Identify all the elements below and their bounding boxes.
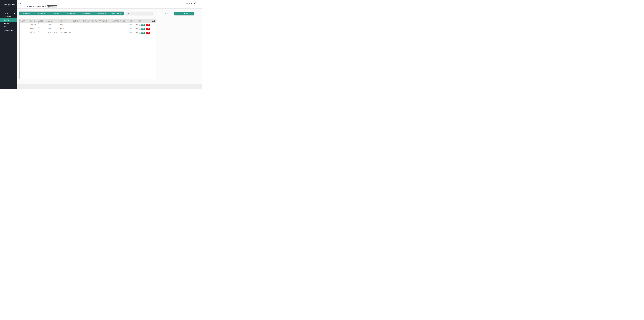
column-header: 每人兑换限额	[110, 19, 120, 23]
sort-by-end-time-button[interactable]: 按结束时间排序	[79, 12, 94, 15]
sidebar-item-label: 优惠券	[4, 13, 8, 14]
cell-value: 000002	[20, 28, 24, 30]
empty-table-row	[20, 75, 156, 79]
sidebar-item-coupon-desc-edit[interactable]: 优惠券描述编辑	[0, 29, 18, 32]
empty-table-row	[20, 55, 156, 59]
page-number-box[interactable]	[158, 12, 160, 15]
cell-marker-icon	[120, 23, 121, 24]
table-cell: 5	[110, 31, 120, 35]
view-button[interactable]: 查看	[135, 24, 140, 26]
checkbox-cell	[152, 31, 156, 35]
table-cell: 2018-08-30	[82, 27, 92, 31]
table-cell: 000001	[92, 31, 101, 35]
table-cell: 8	[38, 23, 47, 27]
prev-page-icon[interactable]	[155, 13, 156, 14]
empty-table-row	[20, 47, 156, 51]
close-tab-icon[interactable]: ✕	[55, 6, 56, 8]
home-icon[interactable]	[23, 6, 24, 8]
table-cell: 2017-06-01	[72, 23, 82, 27]
sidebar-item-stats[interactable]: 统计	[0, 25, 18, 29]
cell-marker-icon	[120, 27, 121, 28]
generate-activity-button[interactable]: 生成集券活动	[174, 12, 194, 15]
edit-button[interactable]: 编辑	[140, 32, 145, 34]
row-checkbox[interactable]	[153, 28, 155, 30]
sidebar-item-distribute[interactable]: 发放优惠券	[0, 22, 18, 25]
pagination: 共 1 页	[155, 12, 170, 15]
close-button[interactable]: 关闭	[146, 28, 150, 30]
tab-new-coupon[interactable]: 新增优惠券✕	[36, 5, 47, 8]
cell-value: 2017-07-30	[82, 24, 89, 26]
row-checkbox[interactable]	[153, 24, 155, 26]
table-cell: 无条件	[60, 23, 72, 27]
table-cell: 5	[38, 31, 47, 35]
table-cell: 000003	[20, 31, 29, 35]
sort-by-remaining-button[interactable]: 按剩余数量排序	[94, 12, 109, 15]
select-all-header[interactable]: 全选	[152, 19, 156, 23]
close-tab-icon[interactable]: ✕	[45, 6, 46, 7]
table-cell: 3	[110, 23, 120, 27]
sort-button-group: 按编号排序按难度排序正常状态按开始时间排序按结束时间排序按剩余数量排序按投放总量…	[20, 12, 124, 15]
table-cell: 000001	[20, 23, 29, 27]
close-button[interactable]: 关闭	[146, 32, 150, 34]
cell-value: 5	[111, 32, 112, 34]
collapse-tabs-icon[interactable]: «	[20, 6, 20, 8]
search-box[interactable]	[126, 12, 153, 15]
sort-by-id-button[interactable]: 按编号排序	[20, 12, 34, 15]
chevron-down-icon	[14, 13, 15, 14]
normal-status-button[interactable]: 正常状态	[49, 12, 64, 15]
sidebar-item-coupon[interactable]: 优惠券	[0, 12, 18, 15]
cell-marker-icon	[20, 23, 21, 24]
edit-button[interactable]: 编辑	[140, 24, 145, 26]
close-button[interactable]: 关闭	[146, 24, 150, 26]
cell-value: 000001	[92, 32, 96, 34]
row-checkbox[interactable]	[153, 32, 155, 34]
table-row: 000001世界杯集券8所有用户无条件2017-06-012017-07-300…	[20, 23, 156, 27]
cell-value: 无条件	[60, 24, 64, 26]
table-cell: 6月1日前注册的用户	[47, 31, 60, 35]
search-input[interactable]	[129, 13, 153, 14]
cell-marker-icon	[102, 23, 102, 24]
sort-by-start-time-button[interactable]: 按开始时间排序	[64, 12, 79, 15]
toolbar: 按编号排序按难度排序正常状态按开始时间排序按结束时间排序按剩余数量排序按投放总量…	[20, 12, 194, 15]
close-tab-icon[interactable]: ✕	[35, 6, 36, 7]
edit-button[interactable]: 编辑	[140, 28, 145, 30]
sidebar-item-label: 集券功能	[4, 19, 9, 21]
cell-marker-icon	[92, 27, 93, 28]
table-cell: 000001	[92, 23, 101, 27]
sidebar-menu: 优惠券优惠券设定集券功能发放优惠券统计优惠券描述编辑	[0, 12, 18, 32]
cell-marker-icon	[102, 27, 102, 28]
tab-coupon-settings[interactable]: 优惠券设定✕	[26, 5, 36, 8]
table-cell: 下单1次	[60, 27, 72, 31]
cell-marker-icon	[20, 31, 21, 32]
view-button[interactable]: 查看	[135, 28, 140, 30]
tab-bar: « 优惠券设定✕新增优惠券✕集券功能✕	[20, 5, 57, 8]
sort-by-total-button[interactable]: 按投放总量排序	[109, 12, 124, 15]
table-cell: 6	[38, 27, 47, 31]
next-page-icon[interactable]	[162, 13, 163, 14]
search-icon	[128, 13, 129, 14]
column-header: 集券条件	[60, 19, 72, 23]
sidebar-item-label: 优惠券描述编辑	[4, 29, 14, 31]
sidebar-item-coupon-settings[interactable]: 优惠券设定	[0, 15, 18, 19]
table-cell: 所有用户	[47, 27, 60, 31]
tab-collect-feature[interactable]: 集券功能✕	[47, 5, 57, 8]
cell-marker-icon	[111, 23, 112, 24]
list-menu-icon[interactable]	[20, 3, 22, 5]
sort-by-difficulty-button[interactable]: 按难度排序	[34, 12, 49, 15]
cell-value: 正常	[130, 24, 132, 26]
cell-value: 000001	[20, 24, 24, 26]
refresh-icon[interactable]	[24, 3, 26, 5]
view-button[interactable]: 查看	[135, 32, 140, 34]
top-header: « 优惠券设定✕新增优惠券✕集券功能✕ 管理员	[18, 0, 202, 8]
table-cell: 304	[120, 23, 129, 27]
page-number-input[interactable]	[158, 13, 160, 14]
cell-marker-icon	[111, 31, 112, 32]
sidebar-item-label: 统计	[4, 26, 6, 28]
empty-table-row	[20, 43, 156, 47]
empty-table-row	[20, 59, 156, 63]
user-menu[interactable]: 管理员	[186, 3, 192, 5]
logout-power-icon[interactable]	[194, 2, 196, 5]
cell-value: 正常	[130, 32, 132, 34]
sidebar-item-collect-feature[interactable]: 集券功能	[0, 19, 18, 22]
empty-table-row	[20, 35, 156, 39]
